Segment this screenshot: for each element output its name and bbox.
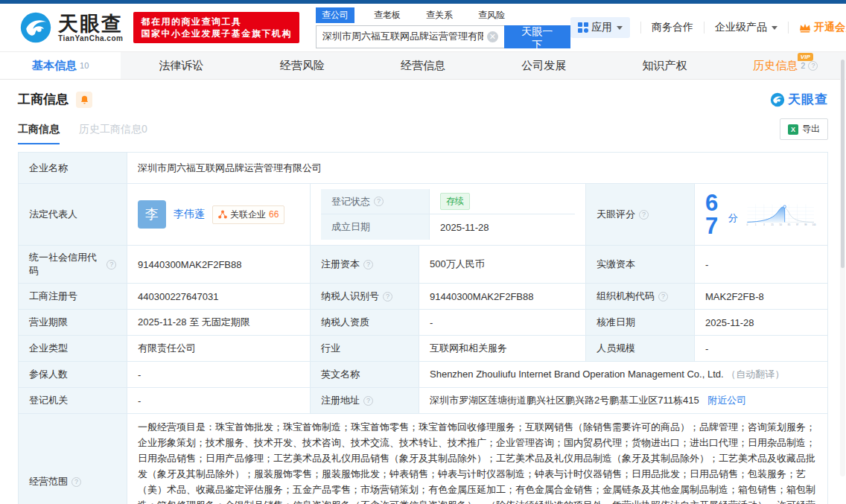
reg-number-label: 工商注册号 (19, 284, 127, 310)
nearby-companies-link[interactable]: 附近公司 (707, 395, 746, 406)
business-scope-value: 一般经营项目是：珠宝首饰批发；珠宝首饰制造；珠宝首饰零售；珠宝首饰回收修理服务；… (127, 414, 828, 504)
paid-capital-label: 实缴资本 (586, 246, 695, 284)
help-icon[interactable]: ? (363, 260, 373, 269)
approval-date-label: 核准日期 (586, 310, 695, 336)
org-network-icon (218, 210, 227, 219)
site-logo[interactable]: 天眼查 TianYanCha.com (19, 11, 123, 44)
top-navigation: 应用 商务合作 企业级产品 开通会员 费米 (570, 17, 846, 38)
help-icon[interactable]: ? (658, 292, 668, 302)
svg-text:100: 100 (812, 223, 815, 226)
auto-translate-note: （自动翻译） (726, 369, 784, 380)
registration-info-table: 企业名称 深圳市周六福互联网品牌运营管理有限公司 法定代表人 李 李伟蓬 关联企… (18, 152, 828, 504)
help-icon[interactable]: ? (106, 260, 116, 269)
search-tab-company[interactable]: 查公司 (316, 7, 354, 23)
establish-date-value: 2025-11-28 (430, 214, 575, 240)
svg-text:0: 0 (746, 223, 748, 226)
nav-divider (788, 22, 789, 34)
tab-business-info[interactable]: 经营信息 (363, 52, 483, 79)
help-icon[interactable]: ? (374, 197, 384, 206)
company-tabbar: 基本信息 10 法律诉讼 经营风险 经营信息 公司发展 知识产权 历史信息 VI… (0, 51, 846, 80)
reg-address-value: 深圳市罗湖区莲塘街道鹏兴社区鹏兴路2号鹏基工业区711栋415 (430, 395, 699, 406)
follow-bell-button[interactable] (76, 92, 92, 108)
search-tabs: 查公司 查老板 查关系 查风险 (316, 7, 570, 23)
search-area: 查公司 查老板 查关系 查风险 ✕ 天眼一下 (316, 7, 570, 48)
avatar[interactable]: 李 (138, 200, 166, 229)
reg-number-value: 440300227647031 (127, 284, 311, 310)
score-value: 67 (705, 191, 722, 237)
legal-rep-name-link[interactable]: 李伟蓬 (174, 208, 205, 221)
section-title: 工商信息 (18, 91, 69, 108)
vip-badge: VIP (798, 53, 813, 61)
search-input[interactable] (316, 25, 504, 48)
table-row: 法定代表人 李 李伟蓬 关联企业 66 (19, 184, 828, 246)
nav-enterprise-label: 企业级产品 (715, 21, 767, 34)
nav-divider (640, 22, 641, 34)
scrollbar-thumb[interactable] (841, 60, 845, 268)
svg-text:50: 50 (779, 223, 782, 226)
approval-date-value: 2025-11-28 (695, 310, 828, 336)
main-content: 工商信息 天眼查 工商信息 历史工商信息0 X 导出 (0, 91, 846, 504)
tab-intellectual-property[interactable]: 知识产权 (604, 52, 725, 79)
related-companies-badge[interactable]: 关联企业 66 (212, 205, 284, 224)
help-icon[interactable]: ? (639, 210, 649, 220)
tab-count: 2 (801, 61, 805, 70)
search-tab-relation[interactable]: 查关系 (420, 7, 459, 23)
tianyancha-logo-icon (770, 92, 785, 107)
subtab-business-registration[interactable]: 工商信息 (18, 123, 60, 144)
slogan-line2: 国家中小企业发展子基金旗下机构 (141, 28, 292, 39)
tab-history-info[interactable]: 历史信息 VIP 2 ? (725, 52, 846, 79)
tianyan-score[interactable]: 67 分 (705, 191, 817, 237)
paid-capital-value: - (695, 246, 828, 284)
staff-size-label: 人员规模 (586, 336, 695, 362)
apps-grid-icon (578, 22, 588, 33)
help-icon[interactable]: ? (808, 61, 818, 71)
help-icon[interactable]: ? (383, 292, 392, 302)
tab-label: 经营信息 (401, 59, 445, 73)
search-tab-risk[interactable]: 查风险 (472, 7, 511, 23)
chevron-down-icon (617, 26, 623, 30)
help-icon[interactable]: ? (71, 477, 81, 487)
help-icon[interactable]: ? (363, 396, 373, 406)
tab-operational-risk[interactable]: 经营风险 (242, 52, 363, 79)
clear-search-icon[interactable]: ✕ (487, 31, 498, 42)
subtab-history-registration[interactable]: 历史工商信息0 (79, 123, 147, 144)
related-count: 66 (269, 209, 279, 220)
svg-text:15: 15 (771, 223, 774, 226)
nav-business-cooperation[interactable]: 商务合作 (652, 21, 693, 34)
tab-label: 历史信息 (753, 59, 798, 73)
taxpayer-id-label: 纳税人识别号 (321, 290, 379, 303)
slogan-line1: 都在用的商业查询工具 (141, 16, 292, 28)
tab-legal-proceedings[interactable]: 法律诉讼 (121, 52, 241, 79)
svg-text:3: 3 (763, 223, 765, 226)
nav-enterprise-products[interactable]: 企业级产品 (715, 21, 777, 34)
tab-basic-info[interactable]: 基本信息 10 (0, 52, 121, 79)
tab-label: 法律诉讼 (159, 59, 203, 73)
tab-label: 基本信息 (32, 59, 77, 73)
tab-count: 10 (80, 61, 89, 70)
export-button[interactable]: X 导出 (780, 118, 828, 140)
tab-company-development[interactable]: 公司发展 (483, 52, 604, 79)
crown-icon (799, 22, 811, 33)
company-name-label: 企业名称 (19, 153, 127, 184)
search-button[interactable]: 天眼一下 (504, 25, 570, 48)
credit-code-label: 统一社会信用代码 (29, 251, 103, 278)
business-term-value: 2025-11-28 至 无固定期限 (127, 310, 311, 336)
svg-text:1: 1 (754, 223, 756, 226)
nav-apps[interactable]: 应用 (570, 17, 630, 38)
english-name-label: 英文名称 (311, 362, 419, 388)
table-row: 企业名称 深圳市周六福互联网品牌运营管理有限公司 (19, 153, 828, 184)
site-header: 天眼查 TianYanCha.com 都在用的商业查询工具 国家中小企业发展子基… (0, 4, 846, 51)
scrollbar[interactable] (840, 60, 845, 476)
svg-text:99: 99 (804, 223, 807, 226)
score-marker (783, 205, 786, 208)
taxpayer-quality-label: 纳税人资质 (311, 310, 419, 336)
search-tab-boss[interactable]: 查老板 (368, 7, 407, 23)
org-code-label: 组织机构代码 (597, 290, 655, 303)
nav-open-vip[interactable]: 开通会员 (799, 21, 846, 34)
logo-subtitle: TianYanCha.com (58, 34, 123, 42)
tianyancha-logo-icon (19, 11, 52, 44)
table-row: 统一社会信用代码? 91440300MAK2F2FB88 注册资本? 500万人… (19, 246, 828, 284)
status-badge: 存续 (440, 193, 470, 210)
table-row: 参保人数 - 英文名称 Shenzhen Zhouliufu Internet … (19, 362, 828, 388)
tab-label: 公司发展 (521, 59, 566, 73)
